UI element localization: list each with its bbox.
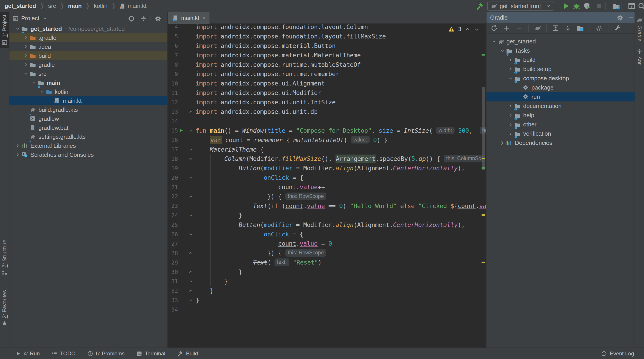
stripe-mark-yellow[interactable] [482,214,485,216]
refresh-button[interactable] [490,24,498,32]
status-item-todo[interactable]: TODO [52,351,76,357]
chevron-expanded-icon[interactable] [30,80,38,85]
run-line-icon[interactable] [179,128,184,133]
project-tree-row[interactable]: gradlew [10,114,167,123]
search-everywhere-button[interactable] [637,2,644,10]
project-tree-row[interactable]: src [10,69,167,78]
gear-icon[interactable] [154,15,162,22]
project-structure-button[interactable] [612,2,620,10]
gradle-tree-row[interactable]: documentation [486,101,634,111]
fold-end-icon[interactable] [189,270,193,274]
remove-button[interactable] [516,24,523,32]
gradle-tree-row[interactable]: get_started [486,37,634,46]
breadcrumb-item[interactable]: kotlin [94,2,108,9]
tool-window-button-ant[interactable]: Ant [635,46,644,67]
status-item-run[interactable]: 4: Run [15,351,40,357]
chevron-collapsed-icon[interactable] [507,131,514,136]
coverage-button[interactable] [582,2,591,10]
chevron-expanded-icon[interactable] [38,89,46,94]
breadcrumb-item[interactable]: main [68,2,82,9]
next-warning-icon[interactable] [474,26,479,32]
chevron-down-icon[interactable] [42,16,48,21]
fold-expanded-icon[interactable] [189,148,193,152]
fold-end-icon[interactable] [189,298,193,302]
chevron-collapsed-icon[interactable] [22,53,30,58]
project-tree-row[interactable]: .idea [10,42,167,51]
status-item-terminal[interactable]: Terminal [136,351,166,357]
run-configuration-select[interactable]: get_started [run] [487,1,554,10]
breadcrumb-item[interactable]: src [48,2,56,9]
stripe-mark-yellow[interactable] [482,262,485,263]
wrench-menu-button[interactable] [614,24,622,32]
chevron-collapsed-icon[interactable] [507,122,514,127]
chevron-collapsed-icon[interactable] [507,57,514,62]
stripe-mark-yellow[interactable] [482,158,485,159]
run-button[interactable] [562,2,570,10]
chevron-collapsed-icon[interactable] [507,113,514,118]
project-tree-row[interactable]: build.gradle.kts [10,105,167,114]
gradle-tree-row[interactable]: verification [486,129,634,138]
chevron-collapsed-icon[interactable] [507,104,514,109]
gradle-tree-row[interactable]: compose desktop [486,74,634,83]
chevron-collapsed-icon[interactable] [14,143,22,148]
chevron-collapsed-icon[interactable] [498,141,506,146]
chevron-expanded-icon[interactable] [490,39,498,44]
gradle-elephant-button[interactable] [534,25,541,31]
stripe-mark-green[interactable] [482,167,485,169]
project-tree-row[interactable]: gradlew.bat [10,123,167,132]
gradle-tree-row[interactable]: Tasks [486,46,634,55]
expand-all-button[interactable] [552,25,559,31]
fold-expanded-icon[interactable] [189,176,193,180]
code-editor[interactable]: 4import androidx.compose.foundation.layo… [168,24,486,348]
tool-window-button-structure[interactable]: 7: Structure [0,237,9,278]
tab-main-kt[interactable]: main.kt × [168,12,210,24]
fold-end-icon[interactable] [189,289,193,293]
fold-end-icon[interactable] [189,110,193,114]
breadcrumb-item[interactable]: main.kt [128,2,146,9]
task-filter-button[interactable] [596,24,602,32]
gear-icon[interactable] [616,14,624,21]
add-button[interactable] [503,24,510,32]
minimize-icon[interactable] [627,14,634,21]
project-tree-row[interactable]: settings.gradle.kts [10,132,167,141]
gradle-tree-row[interactable]: other [486,120,634,129]
collapse-all-icon[interactable] [140,15,147,22]
gradle-tree-row[interactable]: run [486,92,634,101]
chevron-collapsed-icon[interactable] [22,62,30,67]
event-log-button[interactable]: Event Log [601,351,634,357]
breadcrumb-item[interactable]: get_started [4,2,36,9]
gradle-tree-row[interactable]: package [486,83,634,92]
close-icon[interactable]: × [202,15,206,21]
fold-end-icon[interactable] [189,279,193,283]
project-tree-row[interactable]: gradle [10,60,167,69]
project-tree-row[interactable]: Scratches and Consoles [10,150,167,159]
fold-expanded-icon[interactable] [189,129,193,133]
tool-window-button-gradle[interactable]: Gradle [635,14,644,44]
tool-window-button-favorites[interactable]: 2: Favorites [0,288,9,329]
project-tree-row[interactable]: main.kt [10,96,167,105]
project-tree-row[interactable]: build [10,51,167,60]
tool-window-button-project[interactable]: 1: Project [0,12,9,48]
gradle-tree-row[interactable]: build [486,55,634,64]
project-tree-row[interactable]: get_started~/compose/get_started [10,24,167,33]
chevron-collapsed-icon[interactable] [507,67,514,72]
fold-expanded-icon[interactable] [189,232,193,236]
run-anything-button[interactable] [627,2,636,10]
fold-expanded-icon[interactable] [189,157,193,161]
chevron-expanded-icon[interactable] [14,26,22,31]
project-tree-row[interactable]: .gradle [10,33,167,42]
project-tree-row[interactable]: kotlin [10,87,167,96]
prev-warning-icon[interactable] [465,26,470,32]
gradle-tree-row[interactable]: Dependencies [486,138,634,148]
locate-file-icon[interactable] [128,15,135,22]
chevron-expanded-icon[interactable] [22,71,30,76]
build-hammer-icon[interactable] [476,2,484,10]
fold-end-icon[interactable] [189,251,193,255]
chevron-collapsed-icon[interactable] [22,35,30,40]
status-item-build[interactable]: Build [177,351,198,357]
stripe-mark-green[interactable] [482,54,485,55]
inspection-widget[interactable]: 3 [448,26,479,32]
chevron-expanded-icon[interactable] [498,48,506,53]
collapse-all-button[interactable] [564,25,571,31]
chevron-collapsed-icon[interactable] [14,152,22,157]
